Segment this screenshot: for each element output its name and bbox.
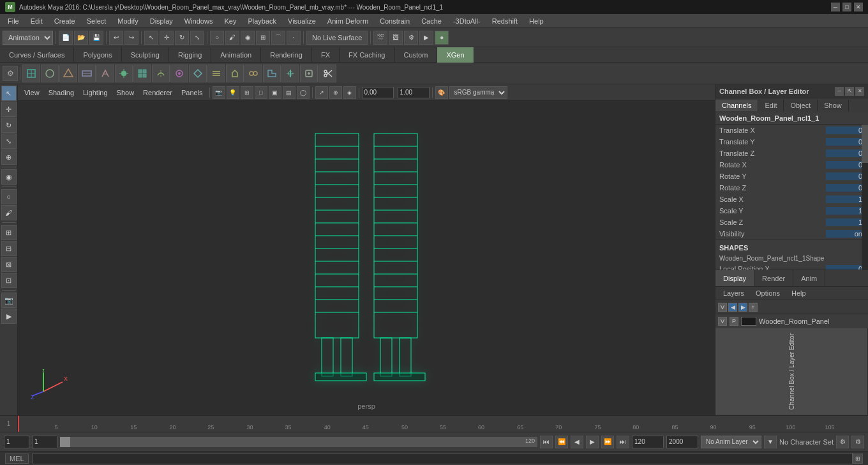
shelf-icon-15[interactable]	[281, 65, 299, 82]
ch-tab-channels[interactable]: Channels	[715, 100, 758, 111]
new-scene-btn[interactable]: 📄	[59, 31, 73, 45]
live-surface-btn[interactable]: No Live Surface	[306, 31, 368, 45]
soft-select-btn[interactable]: ◉	[241, 31, 255, 45]
menu-modify[interactable]: Modify	[112, 16, 143, 26]
shelf-icon-scissors[interactable]	[318, 65, 336, 82]
vp-menu-renderer[interactable]: Renderer	[139, 88, 176, 98]
vp-shaded-btn[interactable]: ▣	[269, 86, 281, 99]
step-fwd-btn[interactable]: ⏩	[601, 436, 614, 448]
start-frame-input[interactable]	[4, 436, 29, 448]
jump-end-btn[interactable]: ⏭	[617, 436, 629, 448]
workspace-selector[interactable]: Animation	[3, 31, 53, 45]
tab-rigging[interactable]: Rigging	[169, 47, 211, 63]
rotate-tool-left[interactable]: ↻	[1, 118, 17, 133]
shelf-icon-4[interactable]	[78, 65, 96, 82]
ipr-render-btn[interactable]: 🖼	[389, 31, 403, 45]
scene-render-btn[interactable]: ▶	[419, 31, 433, 45]
disp-tab-render[interactable]: Render	[754, 270, 793, 287]
maximize-button[interactable]: □	[842, 3, 851, 11]
layers-tab-options[interactable]: Options	[751, 288, 785, 298]
menu-3dtoall[interactable]: -3DtoAll-	[448, 16, 486, 26]
shelf-icon-2[interactable]	[41, 65, 59, 82]
menu-file[interactable]: File	[3, 16, 24, 26]
ch-tab-edit[interactable]: Edit	[758, 100, 784, 111]
anim-layer-menu-btn[interactable]: ▼	[764, 436, 777, 448]
select-tool-left[interactable]: ↖	[1, 86, 17, 101]
menu-help[interactable]: Help	[524, 16, 549, 26]
snap-grid-btn[interactable]: ⊞	[256, 31, 270, 45]
range-slider-thumb[interactable]	[60, 437, 70, 447]
shelf-icon-12[interactable]	[226, 65, 244, 82]
anim-layer-select[interactable]: No Anim Layer	[701, 436, 761, 448]
disp-tab-display[interactable]: Display	[715, 270, 754, 287]
vp-grid-btn[interactable]: ⊞	[241, 86, 253, 99]
menu-visualize[interactable]: Visualize	[283, 16, 321, 26]
play-back-btn[interactable]: ◀	[571, 436, 583, 448]
vp-cam-btn[interactable]: 📷	[213, 86, 225, 99]
channels-scrollbar[interactable]	[862, 125, 868, 270]
menu-constrain[interactable]: Constrain	[375, 16, 415, 26]
rotate-tool-btn[interactable]: ↻	[175, 31, 189, 45]
shelf-icon-5[interactable]	[96, 65, 114, 82]
snap-curve-btn[interactable]: ⌒	[271, 31, 285, 45]
shelf-icon-8[interactable]	[152, 65, 170, 82]
snap-grid-left[interactable]: ⊟	[1, 241, 17, 256]
tab-rendering[interactable]: Rendering	[261, 47, 312, 63]
vp-menu-shading[interactable]: Shading	[45, 88, 78, 98]
shelf-icon-9[interactable]	[170, 65, 188, 82]
layer-prev-btn[interactable]: ◀	[728, 303, 737, 312]
shelf-icon-6[interactable]	[115, 65, 133, 82]
mel-input[interactable]	[33, 453, 853, 464]
vp-snap-btn[interactable]: ⊕	[329, 86, 342, 99]
layers-tab-layers[interactable]: Layers	[718, 288, 749, 298]
snap-point-btn[interactable]: ·	[287, 31, 301, 45]
move-tool-btn[interactable]: ✛	[160, 31, 174, 45]
soft-select-left[interactable]: ◉	[1, 169, 17, 185]
redo-btn[interactable]: ↪	[124, 31, 138, 45]
show-manip-left[interactable]: ⊞	[1, 225, 17, 240]
camera-left[interactable]: 📷	[1, 293, 17, 308]
menu-anim-deform[interactable]: Anim Deform	[322, 16, 373, 26]
layer-next-btn[interactable]: ▶	[738, 303, 747, 312]
char-set-btn1[interactable]: ⚙	[836, 436, 849, 448]
ch-tab-object[interactable]: Object	[784, 100, 818, 111]
shelf-settings-btn[interactable]: ⚙	[3, 66, 18, 81]
ch-tab-show[interactable]: Show	[818, 100, 849, 111]
vp-menu-panels[interactable]: Panels	[177, 88, 207, 98]
vp-menu-show[interactable]: Show	[113, 88, 138, 98]
menu-redshift[interactable]: Redshift	[487, 16, 523, 26]
timeline-ruler[interactable]: 5 10 15 20 25 30 35 40 45 50 55 60 65 70…	[18, 416, 868, 432]
tab-animation[interactable]: Animation	[211, 47, 261, 63]
title-bar-controls[interactable]: ─ □ ✕	[831, 3, 863, 11]
vp-color-mgmt-btn[interactable]: 🎨	[435, 86, 448, 99]
play-fwd-btn[interactable]: ▶	[586, 436, 599, 448]
vp-textured-btn[interactable]: ▤	[283, 86, 296, 99]
tab-sculpting[interactable]: Sculpting	[122, 47, 169, 63]
disp-tab-anim[interactable]: Anim	[793, 270, 825, 287]
shelf-icon-14[interactable]	[263, 65, 281, 82]
snap-surface-left[interactable]: ⊡	[1, 273, 17, 288]
vp-near-clip-input[interactable]	[362, 87, 394, 98]
minimize-button[interactable]: ─	[831, 3, 840, 11]
render-active-btn[interactable]: ●	[435, 31, 449, 45]
shelf-icon-11[interactable]	[207, 65, 225, 82]
panel-minimize-btn[interactable]: ─	[835, 87, 844, 96]
current-frame-input[interactable]	[32, 436, 57, 448]
menu-windows[interactable]: Windows	[179, 16, 218, 26]
scrollbar-thumb[interactable]	[862, 125, 868, 163]
layer-color-swatch[interactable]	[741, 317, 756, 326]
tab-fx-caching[interactable]: FX Caching	[340, 47, 394, 63]
menu-create[interactable]: Create	[49, 16, 80, 26]
shelf-icon-3[interactable]	[59, 65, 77, 82]
paint-tool-btn[interactable]: 🖌	[225, 31, 239, 45]
jump-start-btn[interactable]: ⏮	[540, 436, 553, 448]
vp-gamma-select[interactable]: sRGB gamma	[449, 86, 507, 99]
status-right-btn[interactable]: ⊞	[853, 454, 863, 464]
paint-select-left[interactable]: 🖌	[1, 205, 17, 220]
menu-cache[interactable]: Cache	[416, 16, 447, 26]
tab-custom[interactable]: Custom	[395, 47, 438, 63]
menu-display[interactable]: Display	[145, 16, 178, 26]
menu-key[interactable]: Key	[219, 16, 241, 26]
range-end-input[interactable]	[666, 436, 698, 448]
layers-tab-help[interactable]: Help	[786, 288, 811, 298]
